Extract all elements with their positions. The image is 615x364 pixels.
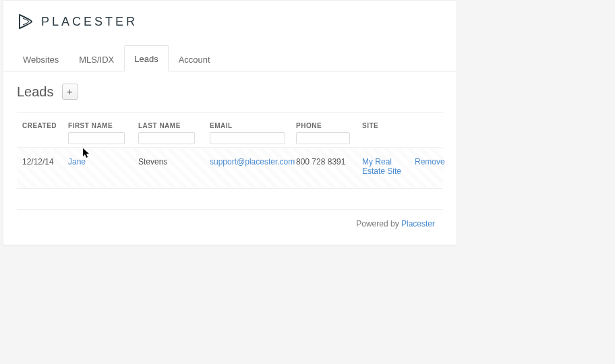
col-label-lastname: LAST NAME (138, 122, 181, 129)
col-header-site: SITE (358, 113, 411, 148)
logo-mark-icon (17, 13, 34, 30)
cell-email: support@placester.com (206, 148, 292, 189)
leads-table: CREATED FIRST NAME LAST NAME EMAIL (17, 113, 443, 189)
remove-lead-link[interactable]: Remove (415, 157, 445, 166)
content: Leads + CREATED (3, 71, 457, 245)
footer-prefix: Powered by (356, 219, 401, 229)
col-header-email: EMAIL (206, 113, 292, 148)
lead-email-link[interactable]: support@placester.com (210, 157, 295, 166)
col-header-firstname: FIRST NAME (64, 113, 134, 148)
footer: Powered by Placester (17, 209, 443, 238)
value-phone: 800 728 8391 (296, 157, 345, 166)
tab-account[interactable]: Account (169, 46, 221, 71)
tab-mls-idx[interactable]: MLS/IDX (69, 46, 124, 71)
col-label-created: CREATED (22, 122, 57, 129)
cell-actions: Remove (411, 148, 443, 189)
col-label-phone: PHONE (296, 122, 322, 129)
cell-created: 12/12/14 (17, 148, 64, 189)
lead-site-link[interactable]: My Real Estate Site (362, 157, 401, 176)
filter-firstname-input[interactable] (68, 132, 125, 144)
cell-phone: 800 728 8391 (292, 148, 358, 189)
page-title-row: Leads + (17, 84, 443, 100)
table-header-row: CREATED FIRST NAME LAST NAME EMAIL (17, 113, 443, 148)
app-card: PLACESTER Websites MLS/IDX Leads Account… (3, 0, 457, 245)
col-header-phone: PHONE (292, 113, 358, 148)
add-lead-button[interactable]: + (62, 84, 78, 100)
page-title: Leads (17, 84, 54, 100)
tab-bar: Websites MLS/IDX Leads Account (3, 44, 457, 71)
logo-wordmark: PLACESTER (41, 15, 138, 29)
col-label-email: EMAIL (210, 122, 233, 129)
tab-leads[interactable]: Leads (124, 45, 168, 71)
filter-lastname-input[interactable] (138, 132, 195, 144)
leads-table-wrap: CREATED FIRST NAME LAST NAME EMAIL (17, 112, 443, 189)
cell-site: My Real Estate Site (358, 148, 411, 189)
col-label-site: SITE (362, 122, 378, 129)
col-header-lastname: LAST NAME (134, 113, 206, 148)
col-header-actions (411, 113, 443, 148)
cell-lastname: Stevens (134, 148, 206, 189)
table-row: 12/12/14 Jane Stevens (17, 148, 443, 189)
col-label-firstname: FIRST NAME (68, 122, 113, 129)
logo[interactable]: PLACESTER (17, 13, 138, 30)
lead-firstname-link[interactable]: Jane (68, 157, 86, 166)
cell-firstname: Jane (64, 148, 134, 189)
footer-placester-link[interactable]: Placester (401, 219, 435, 229)
filter-phone-input[interactable] (296, 132, 350, 144)
tab-websites[interactable]: Websites (13, 46, 69, 71)
header: PLACESTER (3, 1, 457, 36)
value-created: 12/12/14 (22, 157, 54, 166)
value-lastname: Stevens (138, 157, 167, 166)
col-header-created: CREATED (17, 113, 64, 148)
filter-email-input[interactable] (210, 132, 285, 144)
